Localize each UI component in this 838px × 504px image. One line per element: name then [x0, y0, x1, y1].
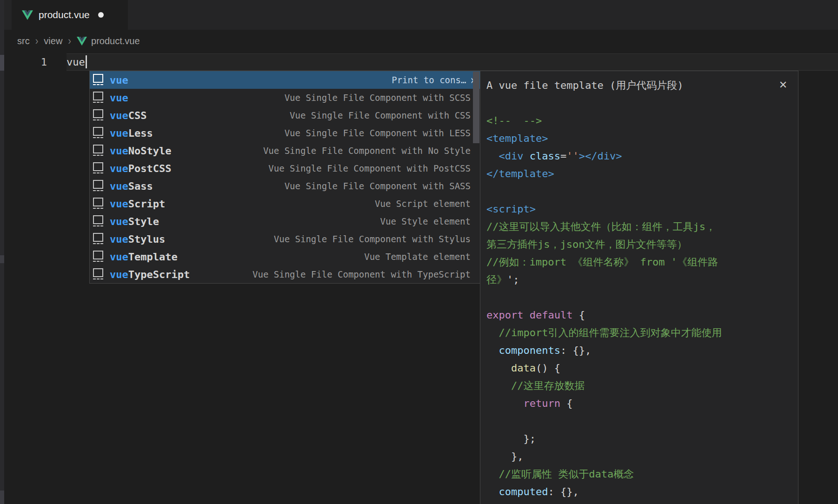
snippet-code-line: <div class=''></div> [486, 147, 795, 165]
chevron-right-icon: › [35, 34, 39, 47]
suggest-item-label: vueTypeScript [110, 269, 190, 280]
suggest-item-label: vueLess [110, 127, 153, 139]
typed-text: vue [67, 56, 85, 68]
snippet-code-line: }; [486, 430, 795, 448]
snippet-icon [93, 74, 103, 83]
suggest-item-vueTypeScript[interactable]: vueTypeScriptVue Single File Component w… [90, 265, 480, 283]
left-strip-block [0, 255, 4, 263]
snippet-code-line: components: {}, [486, 342, 795, 359]
vue-file-icon [22, 10, 33, 20]
suggest-item-vueCSS[interactable]: vueCSSVue Single File Component with CSS [90, 106, 480, 124]
suggest-item-vuePostCSS[interactable]: vuePostCSSVue Single File Component with… [90, 159, 480, 177]
snippet-code-line: }, [486, 448, 795, 465]
close-icon[interactable]: ✕ [776, 78, 791, 93]
left-strip-block [0, 491, 4, 504]
suggest-item-label: vue [110, 74, 128, 86]
snippet-icon [93, 145, 103, 153]
snippet-code-line: <template> [486, 130, 795, 147]
modified-dot-icon [98, 12, 104, 18]
suggest-item-detail: Vue Single File Component with SASS [285, 181, 471, 191]
snippet-icon [93, 162, 103, 171]
tab-product-vue[interactable]: product.vue [12, 0, 128, 30]
snippet-code-line: //例如：import 《组件名称》 from '《组件路 [486, 253, 795, 271]
suggest-item-label: vueStyle [110, 216, 159, 227]
suggest-item-vueScript[interactable]: vueScriptVue Script element [90, 195, 480, 212]
snippet-icon [93, 268, 103, 277]
snippet-icon [93, 251, 103, 259]
suggest-item-vueLess[interactable]: vueLessVue Single File Component with LE… [90, 124, 480, 142]
suggest-widget: vuePrint to cons…›vueVue Single File Com… [89, 71, 480, 284]
snippet-icon [93, 109, 103, 118]
breadcrumb-item-file[interactable]: product.vue [91, 36, 140, 46]
snippet-code-line: //这里存放数据 [486, 377, 795, 395]
tab-bar: product.vue [4, 0, 838, 30]
suggest-item-vueNoStyle[interactable]: vueNoStyleVue Single File Component with… [90, 142, 480, 159]
suggest-item-vueStylus[interactable]: vueStylusVue Single File Component with … [90, 230, 480, 248]
snippet-description: A vue file template (用户代码片段) [486, 77, 770, 94]
snippet-code-line: 第三方插件js，json文件，图片文件等等） [486, 236, 795, 253]
suggest-item-detail: Vue Single File Component with TypeScrip… [253, 269, 471, 279]
snippet-code-line: //这里可以导入其他文件（比如：组件，工具js， [486, 218, 795, 236]
snippet-code-line: //监控data中的数据变化 [486, 501, 795, 504]
snippet-code-line: data() { [486, 359, 795, 377]
vscode-window: { "window": { "tab_title": "product.vue"… [0, 0, 838, 504]
suggest-item-vueSass[interactable]: vueSassVue Single File Component with SA… [90, 177, 480, 195]
suggest-item-vue[interactable]: vueVue Single File Component with SCSS [90, 89, 480, 106]
line-number: 1 [30, 53, 47, 71]
snippet-icon [93, 92, 103, 100]
suggest-item-vueTemplate[interactable]: vueTemplateVue Template element [90, 248, 480, 265]
suggest-item-detail: Vue Single File Component with PostCSS [268, 163, 471, 173]
current-line-highlight [67, 53, 838, 71]
suggest-item-label: vueStylus [110, 233, 165, 245]
snippet-code-line: 径》'; [486, 271, 795, 289]
snippet-code-line: <script> [486, 200, 795, 218]
suggest-list: vuePrint to cons…›vueVue Single File Com… [90, 71, 480, 283]
suggest-item-detail: Vue Single File Component with No Style [263, 146, 471, 156]
snippet-code-line: //监听属性 类似于data概念 [486, 465, 795, 483]
suggest-item-detail: Vue Single File Component with LESS [285, 128, 471, 138]
snippet-code-line [486, 412, 795, 430]
snippet-code-line: </template> [486, 165, 795, 183]
snippet-code-line: <!-- --> [486, 112, 795, 130]
breadcrumb: src › view › product.vue [4, 30, 838, 52]
suggest-item-detail: Vue Single File Component with CSS [290, 110, 471, 120]
snippet-code-line: export default { [486, 306, 795, 324]
editor-line-1[interactable]: vue [67, 53, 87, 71]
breadcrumb-item-view[interactable]: view [44, 36, 62, 46]
suggest-item-detail: Vue Style element [380, 216, 471, 226]
suggest-item-label: vueSass [110, 180, 153, 192]
snippet-icon [93, 180, 103, 189]
snippet-code-line [486, 183, 795, 200]
suggest-item-label: vuePostCSS [110, 163, 171, 174]
snippet-icon [93, 127, 103, 136]
suggest-item-label: vueNoStyle [110, 145, 171, 157]
snippet-code-line [486, 289, 795, 306]
snippet-code-line: return { [486, 395, 795, 412]
snippet-preview-code: <!-- --><template> <div class=''></div><… [486, 112, 795, 504]
tab-title: product.vue [39, 9, 90, 20]
suggest-docs-panel: A vue file template (用户代码片段) ✕ <!-- --><… [480, 71, 798, 504]
suggest-item-label: vue [110, 92, 128, 104]
suggest-item-detail: Vue Single File Component with SCSS [285, 93, 471, 103]
snippet-icon [93, 198, 103, 206]
suggest-scrollbar-thumb[interactable] [473, 72, 479, 143]
left-strip-block [0, 55, 4, 71]
suggest-item-vue[interactable]: vuePrint to cons…› [90, 71, 480, 89]
suggest-item-label: vueScript [110, 198, 165, 210]
suggest-item-label: vueTemplate [110, 251, 178, 263]
suggest-item-label: vueCSS [110, 110, 147, 121]
suggest-item-vueStyle[interactable]: vueStyleVue Style element [90, 212, 480, 230]
vue-file-icon [77, 37, 87, 47]
text-cursor [86, 55, 87, 68]
breadcrumb-item-src[interactable]: src [17, 36, 30, 46]
suggest-item-detail: Vue Template element [364, 252, 471, 262]
chevron-right-icon: › [68, 34, 71, 47]
snippet-code-line: computed: {}, [486, 483, 795, 501]
suggest-item-detail: Print to cons… [392, 75, 466, 85]
snippet-icon [93, 215, 103, 224]
left-edge-strip [0, 0, 4, 504]
snippet-icon [93, 233, 103, 242]
suggest-item-detail: Vue Script element [375, 199, 471, 209]
suggest-item-detail: Vue Single File Component with Stylus [274, 234, 471, 244]
snippet-code-line: //import引入的组件需要注入到对象中才能使用 [486, 324, 795, 342]
